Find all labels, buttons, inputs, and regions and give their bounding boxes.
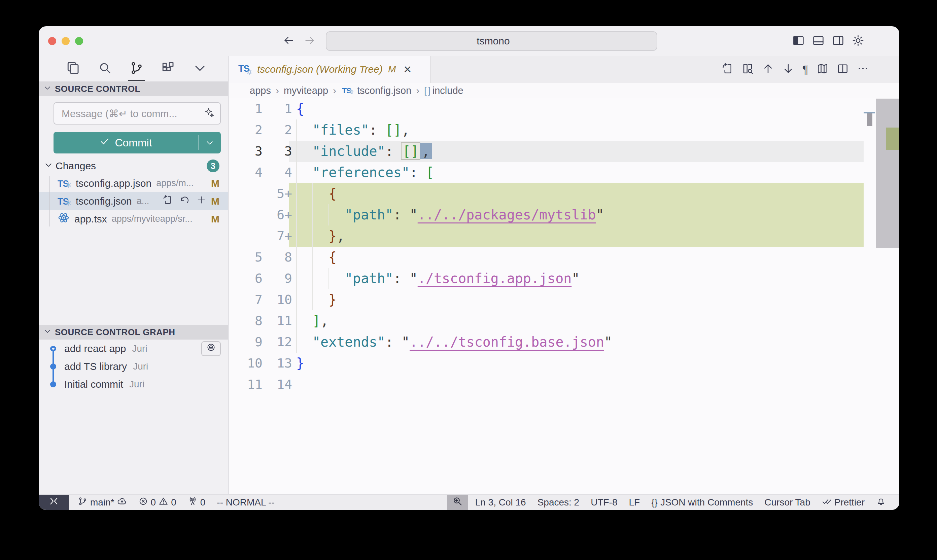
code-line[interactable]: 22"files": [], <box>229 120 899 141</box>
map-button[interactable] <box>817 63 829 76</box>
breadcrumb-item-apps[interactable]: apps <box>250 85 271 96</box>
language-mode[interactable]: {}JSON with Comments <box>651 497 753 508</box>
code-line[interactable]: 69"path": "./tsconfig.app.json" <box>229 268 899 289</box>
problems-status[interactable]: 00 <box>138 496 176 509</box>
indentation[interactable]: Spaces: 2 <box>537 497 580 508</box>
activity-item-explorer[interactable] <box>66 56 80 82</box>
indent-guide <box>312 268 313 289</box>
forward-button[interactable] <box>304 35 315 48</box>
line-number-gutter: 811 <box>229 310 292 331</box>
render-whitespace-button[interactable]: ¶ <box>802 63 808 76</box>
editor-scrollbar[interactable] <box>876 98 899 248</box>
problems-status-label: 0 <box>151 497 156 508</box>
sparkle-icon[interactable] <box>203 107 215 120</box>
mini-gear-icon <box>66 197 72 208</box>
vim-mode[interactable]: -- NORMAL -- <box>217 497 275 508</box>
cursor-tab[interactable]: Cursor Tab <box>764 497 810 508</box>
activity-item-more-views[interactable] <box>193 56 207 82</box>
previous-change-button[interactable] <box>762 63 774 76</box>
git-branch-status-label: main* <box>90 497 114 508</box>
more-actions-button[interactable] <box>857 63 869 76</box>
tab-tsconfig-working-tree[interactable]: TS tsconfig.json (Working Tree) M ✕ <box>229 56 431 83</box>
zoom-indicator[interactable] <box>447 495 468 510</box>
cursor-position[interactable]: Ln 3, Col 16 <box>475 497 526 508</box>
head-commit-dot <box>50 346 56 351</box>
next-change-button[interactable] <box>782 63 794 76</box>
code-line[interactable]: 6+"path": "../../packages/mytslib" <box>229 204 899 226</box>
changes-header[interactable]: Changes 3 <box>39 157 228 174</box>
commit-dropdown-button[interactable] <box>198 138 221 147</box>
minimize-window-button[interactable] <box>62 37 70 45</box>
eol[interactable]: LF <box>629 497 640 508</box>
file-name: app.tsx <box>74 213 107 225</box>
code-line[interactable]: 1013} <box>229 353 899 374</box>
toggle-secondary-sidebar-button[interactable] <box>832 34 845 48</box>
indent-guide <box>296 183 297 204</box>
settings-button[interactable] <box>852 34 864 48</box>
breadcrumb-item-include[interactable]: [ ]include <box>424 85 463 96</box>
code-line[interactable]: 1114 <box>229 374 899 395</box>
ports-status[interactable]: 0 <box>188 496 206 509</box>
review-mode-button[interactable] <box>742 63 754 76</box>
open-file-button[interactable] <box>163 195 173 207</box>
file-link[interactable]: ./tsconfig.app.json <box>418 271 572 286</box>
remote-indicator[interactable] <box>39 495 69 510</box>
activity-item-search[interactable] <box>98 56 112 82</box>
code-line[interactable]: 33"include": [], <box>229 141 899 162</box>
changed-file-row[interactable]: TStsconfig.app.jsonapps/m...M <box>39 174 228 192</box>
source-control-graph-header[interactable]: SOURCE CONTROL GRAPH <box>39 325 228 340</box>
vim-mode-label: -- NORMAL -- <box>217 497 275 508</box>
encoding[interactable]: UTF-8 <box>591 497 617 508</box>
command-center-search[interactable]: tsmono <box>326 31 657 51</box>
close-window-button[interactable] <box>48 37 56 45</box>
prettier-label: Prettier <box>834 497 865 508</box>
back-button[interactable] <box>283 35 294 48</box>
close-tab-icon[interactable]: ✕ <box>403 64 412 75</box>
open-changes-button[interactable] <box>722 63 734 76</box>
activity-item-source-control[interactable] <box>129 56 144 82</box>
breadcrumb-item-myviteapp[interactable]: myviteapp <box>284 85 328 96</box>
code-line[interactable]: 811], <box>229 310 899 331</box>
commit-message: add react app <box>64 343 126 354</box>
commit-message-input[interactable]: Message (⌘↵ to comm... <box>54 102 221 125</box>
file-link[interactable]: ../../tsconfig.base.json <box>409 334 604 350</box>
notifications[interactable] <box>876 496 886 509</box>
breadcrumb-label: myviteapp <box>284 85 328 96</box>
breadcrumb-label: tsconfig.json <box>357 85 411 96</box>
code-line[interactable]: 912"extends": "../../tsconfig.base.json" <box>229 331 899 353</box>
file-link[interactable]: ../../packages/mytslib <box>418 207 596 222</box>
chevron-down-icon <box>193 61 207 76</box>
commit-button[interactable]: Commit <box>54 132 221 154</box>
file-path: apps/m... <box>156 178 194 188</box>
code-line[interactable]: 11{ <box>229 98 899 120</box>
code-line[interactable]: 5+{ <box>229 183 899 204</box>
code-line[interactable]: 710} <box>229 289 899 310</box>
commit-row[interactable]: Initial commitJuri <box>39 375 228 393</box>
commit-row[interactable]: add react appJuri <box>39 340 228 357</box>
checkout-target-button[interactable] <box>201 341 221 356</box>
tsconfig-file-icon: TS <box>58 178 71 189</box>
line-number-gutter: 22 <box>229 120 292 141</box>
array-symbol-icon: [ ] <box>424 86 430 96</box>
toggle-panel-button[interactable] <box>812 34 825 48</box>
source-control-section-header[interactable]: SOURCE CONTROL <box>39 82 228 96</box>
code-line[interactable]: 44"references": [ <box>229 162 899 183</box>
discard-changes-button[interactable] <box>179 195 189 207</box>
breadcrumb-item-tsconfig.json[interactable]: TStsconfig.json <box>341 85 411 96</box>
stage-changes-button[interactable] <box>196 195 206 207</box>
git-branch-status[interactable]: main* <box>78 496 127 509</box>
prettier[interactable]: Prettier <box>822 496 865 509</box>
chevron-down-icon <box>43 327 51 338</box>
code-line[interactable]: 7+}, <box>229 226 899 247</box>
commit-row[interactable]: add TS libraryJuri <box>39 357 228 375</box>
code-line[interactable]: 58{ <box>229 247 899 268</box>
changed-file-row[interactable]: app.tsxapps/myviteapp/sr...M <box>39 210 228 228</box>
split-editor-button[interactable] <box>837 63 849 76</box>
commit-author: Juri <box>129 379 145 390</box>
activity-item-extensions[interactable] <box>161 56 175 82</box>
code-editor[interactable]: 11{22"files": [],33"include": [],44"refe… <box>229 98 899 494</box>
zoom-window-button[interactable] <box>75 37 83 45</box>
double-check-icon <box>822 496 832 509</box>
changed-file-row[interactable]: TStsconfig.jsona...M <box>39 192 228 210</box>
toggle-primary-sidebar-button[interactable] <box>792 34 805 48</box>
